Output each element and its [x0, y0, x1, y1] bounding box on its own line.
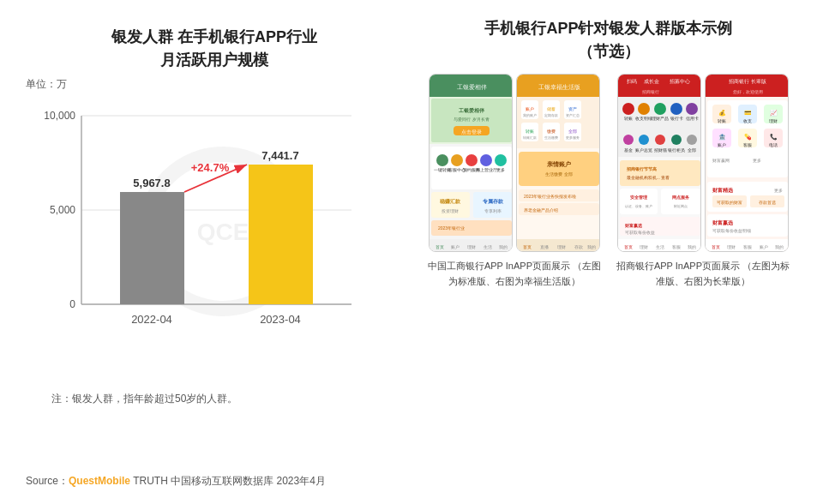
svg-text:转账: 转账 — [624, 116, 633, 121]
svg-text:首页: 首页 — [712, 244, 720, 249]
svg-text:账户总览: 账户总览 — [635, 147, 652, 153]
bar1-label: 5,967.8 — [133, 177, 170, 189]
svg-text:收支明细: 收支明细 — [635, 116, 652, 121]
svg-rect-34 — [473, 192, 512, 218]
svg-text:我的: 我的 — [499, 244, 508, 249]
svg-text:账户: 账户 — [451, 244, 460, 249]
svg-text:专属存款: 专属存款 — [483, 198, 504, 204]
svg-text:招商银行: 招商银行 — [641, 89, 659, 94]
svg-text:工银幸福生活版: 工银幸福生活版 — [538, 84, 580, 90]
svg-text:可获取每份收益: 可获取每份收益 — [625, 230, 655, 235]
svg-text:生活缴费: 生活缴费 — [544, 135, 558, 140]
svg-text:定期存款: 定期存款 — [544, 113, 558, 117]
chart-note: 注：银发人群，指年龄超过50岁的人群。 — [51, 392, 403, 406]
bar-chart: QCE 10,000 5,000 0 — [34, 99, 369, 381]
svg-text:与爱同行 岁月长青: 与爱同行 岁月长青 — [454, 117, 489, 122]
left-panel: 银发人群 在手机银行APP行业 月活跃用户规模 单位：万 QCE 10,000 … — [26, 17, 403, 487]
x-label-2022: 2022-04 — [131, 313, 172, 326]
icbc-standard-svg: 工银爱相伴 工银爱相伴 与爱同行 岁月长青 点击登录 — [430, 75, 513, 252]
svg-text:点击登录: 点击登录 — [461, 129, 482, 135]
svg-rect-110 — [620, 160, 700, 186]
svg-text:账户: 账户 — [760, 244, 768, 249]
chart-title: 银发人群 在手机银行APP行业 月活跃用户规模 — [26, 26, 403, 72]
svg-text:银行柜员: 银行柜员 — [667, 147, 685, 153]
recruit-standard-phone: 扫码 成长金 招募中心 招商银行 转账 收支明细 理财产品 — [617, 74, 701, 252]
svg-text:工银爱相伴: 工银爱相伴 — [459, 107, 485, 113]
bar-2023 — [249, 165, 313, 304]
svg-text:客服: 客服 — [743, 142, 752, 147]
source-suffix: TRUTH 中国移动互联网数据库 2023年4月 — [130, 475, 326, 487]
svg-text:5,000: 5,000 — [50, 204, 75, 216]
svg-point-89 — [622, 103, 634, 115]
svg-text:专享利率: 专享利率 — [484, 208, 502, 213]
svg-text:收支: 收支 — [743, 118, 752, 123]
recruit-caption: 招商银行APP InAPP页面展示 （左图为标准版、右图为长辈版） — [613, 259, 793, 289]
svg-text:投资理财: 投资理财 — [441, 208, 459, 213]
svg-text:2023年银行业: 2023年银行业 — [438, 225, 465, 231]
svg-text:网点服务: 网点服务 — [672, 195, 690, 200]
svg-text:全部: 全部 — [568, 129, 577, 134]
svg-text:理财: 理财 — [557, 244, 566, 249]
svg-rect-113 — [620, 189, 658, 214]
svg-text:💳: 💳 — [744, 109, 752, 117]
svg-text:财富赢选: 财富赢选 — [712, 219, 734, 225]
svg-text:账户: 账户 — [718, 142, 726, 147]
svg-point-29 — [495, 154, 507, 166]
source-brand: QuestMobile — [69, 475, 130, 487]
right-panel: 手机银行APP针对银发人群版本示例 （节选） 工银爱相伴 — [403, 17, 797, 487]
chart-container: QCE 10,000 5,000 0 — [34, 99, 403, 406]
svg-text:直播: 直播 — [540, 244, 549, 249]
svg-text:缴费: 缴费 — [547, 129, 556, 134]
bar2-label: 7,441.7 — [261, 149, 298, 162]
svg-point-106 — [671, 135, 682, 145]
svg-rect-31 — [431, 192, 470, 218]
svg-text:0: 0 — [69, 298, 75, 310]
right-title: 手机银行APP针对银发人群版本示例 （节选） — [420, 17, 797, 63]
svg-text:首页: 首页 — [523, 244, 532, 249]
svg-rect-116 — [661, 189, 700, 214]
svg-text:客服: 客服 — [743, 244, 752, 249]
svg-text:我的: 我的 — [775, 244, 784, 249]
svg-text:理财: 理财 — [727, 244, 736, 249]
svg-text:存款: 存款 — [574, 244, 583, 249]
svg-text:资产汇总: 资产汇总 — [566, 113, 580, 117]
source-line: Source：QuestMobile TRUTH 中国移动互联网数据库 2023… — [26, 474, 326, 489]
svg-text:工银爱相伴: 工银爱相伴 — [457, 84, 487, 90]
svg-rect-67 — [519, 152, 599, 186]
recruit-phone-images: 扫码 成长金 招募中心 招商银行 转账 收支明细 理财产品 — [617, 74, 789, 252]
svg-text:扫码: 扫码 — [626, 79, 637, 84]
svg-rect-83 — [618, 75, 701, 97]
svg-text:可获取每份收益明细: 可获取每份收益明细 — [712, 228, 751, 233]
icbc-pair: 工银爱相伴 工银爱相伴 与爱同行 岁月长青 点击登录 — [424, 74, 604, 487]
svg-text:银行卡: 银行卡 — [670, 116, 683, 121]
svg-text:可获取的财富: 可获取的财富 — [717, 200, 742, 205]
svg-point-21 — [436, 154, 448, 166]
svg-text:理财: 理财 — [640, 244, 648, 249]
svg-text:10,000: 10,000 — [44, 110, 75, 122]
svg-text:附近网点: 附近网点 — [674, 204, 688, 208]
svg-text:更多: 更多 — [774, 188, 783, 193]
svg-text:您好，欢迎使用: 您好，欢迎使用 — [732, 89, 763, 94]
svg-text:理财: 理财 — [769, 118, 778, 123]
svg-text:招商银行 长辈版: 招商银行 长辈版 — [728, 78, 766, 84]
icbc-phone-images: 工银爱相伴 工银爱相伴 与爱同行 岁月长青 点击登录 — [429, 74, 600, 252]
svg-text:储蓄: 储蓄 — [547, 106, 556, 111]
recruit-elder-svg: 招商银行 长辈版 您好，欢迎使用 💰 转账 💳 收支 — [706, 75, 789, 252]
svg-text:网上营业厅: 网上营业厅 — [476, 167, 497, 172]
svg-text:更多: 更多 — [496, 167, 505, 172]
svg-text:更多: 更多 — [753, 158, 761, 163]
svg-text:资产: 资产 — [568, 106, 577, 111]
svg-point-91 — [638, 103, 650, 115]
svg-text:2023年银行业务快报发布啦: 2023年银行业务快报发布啦 — [524, 194, 576, 199]
svg-point-97 — [686, 103, 698, 115]
svg-text:养老金融产品介绍: 养老金融产品介绍 — [524, 207, 558, 213]
x-label-2023: 2023-04 — [260, 313, 301, 326]
svg-text:我的账户: 我的账户 — [523, 113, 537, 117]
svg-text:转账: 转账 — [718, 118, 726, 123]
svg-text:全部: 全部 — [688, 147, 696, 153]
svg-point-102 — [639, 135, 649, 145]
svg-text:生活缴费  全部: 生活缴费 全部 — [545, 171, 572, 177]
svg-text:招商银行节节高: 招商银行节节高 — [626, 166, 657, 171]
svg-text:生活: 生活 — [484, 244, 492, 249]
svg-rect-160 — [707, 214, 788, 237]
